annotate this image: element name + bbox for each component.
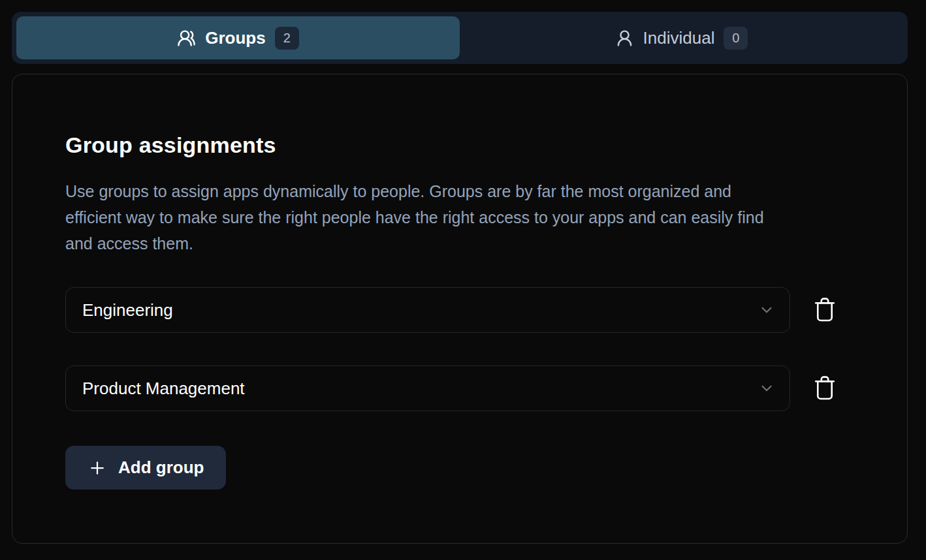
add-group-label: Add group (118, 458, 204, 478)
card-title: Group assignments (65, 132, 855, 158)
plus-icon (88, 458, 107, 478)
tab-individual[interactable]: Individual 0 (460, 16, 903, 59)
group-assignments-card: Group assignments Use groups to assign a… (12, 74, 908, 544)
tab-groups[interactable]: Groups 2 (16, 16, 460, 59)
chevron-down-icon (758, 302, 775, 319)
groups-count-badge: 2 (275, 27, 299, 50)
assignments-page: Groups 2 Individual 0 Group assignments … (0, 0, 926, 560)
group-row: Product Management (65, 366, 837, 411)
user-icon (615, 29, 634, 48)
delete-group-button[interactable] (813, 375, 837, 402)
delete-group-button[interactable] (813, 296, 837, 324)
add-group-button[interactable]: Add group (65, 446, 226, 490)
trash-icon (814, 375, 836, 403)
chevron-down-icon (758, 380, 775, 397)
group-select-value: Product Management (82, 379, 245, 399)
tab-groups-label: Groups (205, 28, 265, 48)
trash-icon (814, 296, 836, 324)
group-select-value: Engineering (82, 300, 173, 320)
group-select[interactable]: Product Management (65, 366, 790, 411)
individual-count-badge: 0 (724, 27, 748, 50)
group-select[interactable]: Engineering (65, 287, 790, 333)
users-icon (177, 29, 196, 48)
card-description: Use groups to assign apps dynamically to… (65, 178, 771, 257)
tab-individual-label: Individual (643, 28, 715, 48)
group-row: Engineering (65, 287, 837, 333)
assignment-type-tabs: Groups 2 Individual 0 (12, 12, 908, 64)
